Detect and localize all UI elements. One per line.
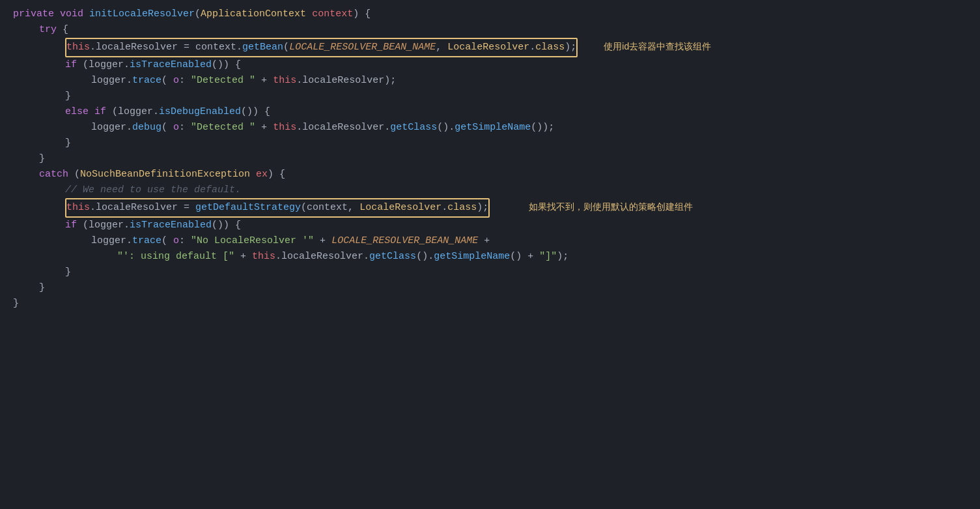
- code-line-3: this.localeResolver = context.getBean(LO…: [0, 38, 980, 57]
- code-line-15: logger.trace( o: "No LocaleResolver '" +…: [0, 233, 980, 249]
- code-line-7: else if (logger.isDebugEnabled()) {: [0, 104, 980, 120]
- highlight-box-bottom: this.localeResolver = getDefaultStrategy…: [65, 198, 490, 218]
- code-line-13: this.localeResolver = getDefaultStrategy…: [0, 198, 980, 218]
- type-applicationcontext: ApplicationContext: [201, 7, 306, 22]
- keyword-void: void: [60, 7, 89, 22]
- annotation-bottom: 如果找不到，则使用默认的策略创建组件: [529, 199, 693, 214]
- code-line-17: }: [0, 265, 980, 280]
- code-line-8: logger.debug( o: "Detected " + this.loca…: [0, 120, 980, 136]
- code-line-18: }: [0, 280, 980, 296]
- code-line-12: // We need to use the default.: [0, 182, 980, 198]
- code-line-10: }: [0, 151, 980, 167]
- code-line-2: try {: [0, 22, 980, 38]
- highlight-box-top: this.localeResolver = context.getBean(LO…: [65, 38, 578, 57]
- code-view: private void initLocaleResolver(Applicat…: [0, 0, 980, 318]
- keyword-private: private: [13, 7, 60, 22]
- code-line-14: if (logger.isTraceEnabled()) {: [0, 218, 980, 233]
- keyword-catch: catch: [39, 167, 68, 182]
- method-name: initLocaleResolver: [89, 7, 195, 22]
- keyword-try: try: [39, 22, 57, 38]
- param-context: context: [312, 7, 353, 22]
- annotation-top: 使用id去容器中查找该组件: [604, 39, 711, 53]
- code-line-1: private void initLocaleResolver(Applicat…: [0, 7, 980, 22]
- code-line-6: }: [0, 89, 980, 104]
- code-line-9: }: [0, 136, 980, 151]
- code-line-4: if (logger.isTraceEnabled()) {: [0, 57, 980, 73]
- code-line-5: logger.trace( o: "Detected " + this.loca…: [0, 73, 980, 89]
- code-line-11: catch (NoSuchBeanDefinitionException ex)…: [0, 167, 980, 182]
- code-line-19: }: [0, 296, 980, 312]
- code-line-16: "': using default [" + this.localeResolv…: [0, 249, 980, 265]
